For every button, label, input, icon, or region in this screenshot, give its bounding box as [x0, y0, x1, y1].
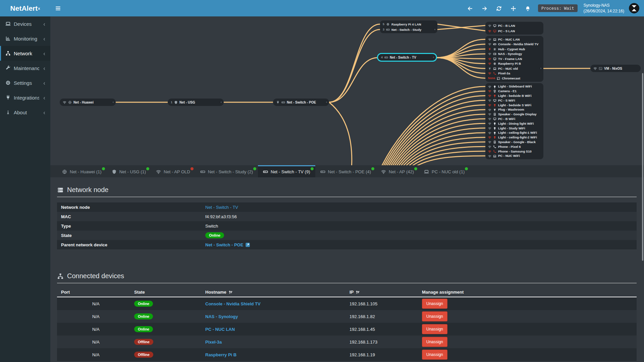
hostname-link[interactable]: Console - Nvidia Shield TV [205, 301, 261, 306]
server-icon [57, 187, 64, 193]
parent-node-link[interactable]: Net - Switch - POE [205, 242, 243, 247]
topbar-arrow-right-button[interactable] [482, 5, 487, 11]
tab-net-usg-1-[interactable]: Net - USG (1) [107, 165, 151, 177]
cell-state: Online [130, 301, 201, 307]
desktop-icon [493, 117, 496, 121]
topology-device-row[interactable]: TV - Frame LAN [485, 56, 543, 61]
topology-device-row[interactable]: Speaker - Google - Black [485, 140, 543, 144]
tab-net-huawei-1-[interactable]: Net - Huawei (1) [57, 165, 107, 177]
unassign-button[interactable]: Unassign [422, 324, 447, 334]
unassign-button[interactable]: Unassign [422, 337, 447, 347]
topology-node-vm[interactable]: VM - NixOS [590, 65, 641, 72]
topology-device-row[interactable]: Phone - Pixel 6 [485, 144, 543, 149]
wifi-icon [488, 94, 491, 98]
wifi-icon [488, 127, 491, 130]
arrow-right-icon [482, 6, 487, 11]
topbar-bell-button[interactable] [525, 5, 531, 11]
sidebar-item-devices[interactable]: Devices [0, 16, 50, 31]
topology-device-row[interactable]: PC - B LAN [485, 23, 543, 28]
vertical-scrollbar[interactable] [642, 73, 643, 261]
hostname-link[interactable]: Pixel-3a [205, 340, 222, 345]
sidebar-item-network[interactable]: Network [0, 46, 50, 61]
tab-net-switch-study-2-[interactable]: Net - Switch - Study (2) [195, 165, 258, 177]
topbar-move-button[interactable] [511, 5, 516, 11]
external-link-icon [245, 242, 250, 247]
tab-net-ap-old[interactable]: Net - AP OLD [151, 165, 195, 177]
topology-device-row[interactable]: Light - Dining light WiFi [485, 121, 543, 126]
topology-device-row[interactable]: Light - Study WiFi [485, 126, 543, 130]
topology-node-usg[interactable]: 1Net - USG [168, 99, 224, 106]
hostname-link[interactable]: Raspberry Pi B [205, 352, 236, 357]
sitemap-icon [5, 51, 11, 56]
tab-net-switch-poe-4-[interactable]: Net - Switch - POE (4) [315, 165, 376, 177]
sidebar-item-maintenance[interactable]: Maintenance [0, 61, 50, 75]
topology-device-row[interactable]: Hub - Cygnet Hub [485, 47, 543, 52]
topbar-arrow-left-button[interactable] [467, 5, 473, 11]
speaker-icon [493, 113, 496, 116]
column-header-hostname[interactable]: Hostname [201, 290, 345, 295]
app-logo[interactable]: NetAlertx [0, 0, 50, 16]
topology-device-row[interactable]: 5Raspberry Pi 4 LAN [380, 21, 437, 27]
sidebar-item-monitoring[interactable]: Monitoring [0, 31, 50, 46]
topology-device-row[interactable]: Light - ceiling-light-2 WiFi [485, 135, 543, 140]
main-content: Network node Network nodeNet - Switch - … [50, 177, 644, 362]
topology-device-row[interactable]: Pixel-3a [485, 71, 543, 76]
topology-node-poe[interactable]: Net - Switch - POE [273, 99, 329, 106]
avatar[interactable] [629, 3, 639, 13]
topology-device-row[interactable]: Camera - E1 [485, 89, 543, 94]
topology-device-row[interactable]: Light - bedside B WiFi [485, 94, 543, 98]
device-label: PC - NUC old [498, 67, 518, 70]
sidebar-item-label: Network [14, 51, 39, 56]
topology-device-row[interactable]: Phone - Samsung S10 [485, 149, 543, 154]
topology-device-row[interactable]: NoneChromecast [485, 76, 543, 81]
unassign-button[interactable]: Unassign [422, 350, 447, 360]
chart-icon [5, 36, 11, 41]
laptop-icon [493, 155, 496, 158]
topology-device-row[interactable]: Light - ceiling-light-1 WiFi [485, 130, 543, 135]
topology-device-row[interactable]: PC - NUC WiFi [485, 154, 543, 158]
topbar-icons [467, 5, 531, 11]
topology-device-row[interactable]: 3Net - Switch - Study [380, 27, 437, 32]
topology-device-row[interactable]: NAS - Synology [485, 52, 543, 57]
topology-device-row[interactable]: PC - B WiFi [485, 117, 543, 121]
device-label: Raspberry Pi B [498, 62, 521, 65]
topology-node-tv-selected[interactable]: 4Net - Switch - TV [377, 53, 437, 62]
sidebar-item-settings[interactable]: Settings [0, 75, 50, 90]
topology-device-row[interactable]: Speaker - Google Display [485, 112, 543, 117]
sidebar-item-integrations[interactable]: Integrations [0, 90, 50, 105]
topology-device-row[interactable]: Console - Nvidia Shield TV [485, 42, 543, 47]
tab-pc-nuc-old-1-[interactable]: PC - NUC old (1) [419, 165, 470, 177]
cell-action: Unassign [418, 311, 637, 321]
device-label: Console - Nvidia Shield TV [498, 42, 538, 46]
detail-row-network-node: Network nodeNet - Switch - TV [57, 202, 637, 212]
hostname-link[interactable]: NAS - Synology [205, 314, 238, 319]
tab-net-ap-42-[interactable]: Net - AP (42) [376, 165, 419, 177]
topology-node-huawei[interactable]: Net - Huawei [60, 99, 116, 106]
state-badge-online: Online [134, 326, 153, 332]
topbar-refresh-button[interactable] [496, 5, 502, 11]
device-label: TV - Frame LAN [498, 57, 522, 61]
sidebar-toggle-button[interactable] [50, 0, 66, 16]
node-link[interactable]: Net - Switch - TV [205, 205, 238, 210]
topology-device-row[interactable]: PC - S WiFi [485, 98, 543, 103]
topology-device-row[interactable]: Raspberry Pi B [485, 61, 543, 66]
topology-device-row[interactable]: PC - S LAN [485, 28, 543, 34]
topology-device-row[interactable]: PC - NUC LAN [485, 37, 543, 42]
unassign-button[interactable]: Unassign [422, 299, 447, 309]
topology-device-row[interactable]: Light - Sideboard WiFi [485, 84, 543, 89]
tab-net-switch-tv-9-[interactable]: Net - Switch - TV (9) [258, 165, 315, 177]
speaker-icon [493, 140, 496, 144]
move-icon [511, 6, 516, 11]
device-label: Net - Switch - TV [390, 56, 416, 59]
column-header-ip[interactable]: IP [345, 290, 418, 295]
topology-device-row[interactable]: PC - NUC old [485, 66, 543, 71]
wifi-icon [156, 169, 161, 174]
sidebar-item-about[interactable]: About [0, 105, 50, 120]
topology-device-row[interactable]: Plug - Washroom [485, 107, 543, 112]
hostname-link[interactable]: PC - NUC LAN [205, 327, 235, 332]
topology-device-row[interactable]: Light - bedside S WiFi [485, 103, 543, 107]
detail-row-state: StateOnline [57, 231, 637, 240]
sort-icon [228, 290, 233, 294]
cell-action: Unassign [418, 337, 637, 347]
unassign-button[interactable]: Unassign [422, 311, 447, 321]
